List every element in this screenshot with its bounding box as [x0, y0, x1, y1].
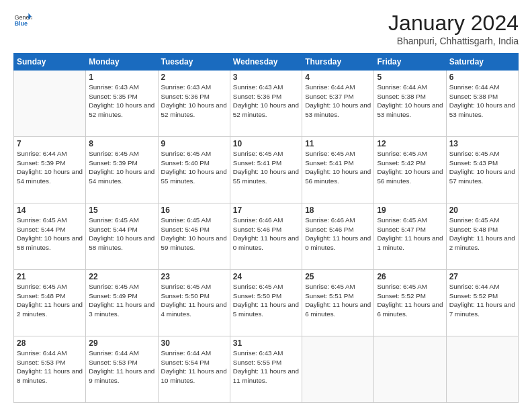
day-info: Sunrise: 6:45 AMSunset: 5:52 PMDaylight:… [377, 282, 443, 319]
day-cell [446, 336, 518, 403]
day-info: Sunrise: 6:44 AMSunset: 5:54 PMDaylight:… [161, 349, 227, 385]
day-cell: 21Sunrise: 6:45 AMSunset: 5:48 PMDayligh… [14, 270, 86, 336]
day-cell: 5Sunrise: 6:44 AMSunset: 5:38 PMDaylight… [374, 71, 446, 137]
day-number: 8 [89, 139, 154, 148]
day-info: Sunrise: 6:45 AMSunset: 5:47 PMDaylight:… [377, 216, 443, 253]
col-friday: Friday [374, 54, 446, 71]
day-info: Sunrise: 6:46 AMSunset: 5:46 PMDaylight:… [233, 216, 299, 253]
day-number: 18 [305, 205, 371, 215]
day-info: Sunrise: 6:45 AMSunset: 5:40 PMDaylight:… [161, 149, 227, 186]
day-info: Sunrise: 6:45 AMSunset: 5:45 PMDaylight:… [161, 216, 227, 253]
col-monday: Monday [86, 54, 158, 71]
day-cell [14, 71, 86, 137]
location-subtitle: Bhanpuri, Chhattisgarh, India [388, 36, 519, 46]
day-number: 25 [305, 272, 371, 281]
col-saturday: Saturday [446, 54, 518, 71]
day-number: 12 [377, 139, 443, 148]
day-number: 14 [17, 205, 83, 215]
day-cell: 25Sunrise: 6:45 AMSunset: 5:51 PMDayligh… [302, 270, 374, 336]
day-info: Sunrise: 6:44 AMSunset: 5:38 PMDaylight:… [377, 83, 443, 120]
day-info: Sunrise: 6:45 AMSunset: 5:41 PMDaylight:… [233, 149, 299, 186]
day-cell: 16Sunrise: 6:45 AMSunset: 5:45 PMDayligh… [158, 203, 230, 270]
day-info: Sunrise: 6:45 AMSunset: 5:39 PMDaylight:… [89, 149, 154, 186]
day-number: 22 [89, 272, 154, 281]
day-info: Sunrise: 6:45 AMSunset: 5:48 PMDaylight:… [449, 216, 515, 253]
day-info: Sunrise: 6:45 AMSunset: 5:42 PMDaylight:… [377, 149, 443, 186]
title-block: January 2024 Bhanpuri, Chhattisgarh, Ind… [388, 11, 519, 46]
day-cell: 11Sunrise: 6:45 AMSunset: 5:41 PMDayligh… [302, 137, 374, 203]
day-number: 24 [233, 272, 299, 281]
logo: General Blue [13, 11, 32, 30]
day-cell: 31Sunrise: 6:43 AMSunset: 5:55 PMDayligh… [230, 336, 302, 403]
day-cell: 29Sunrise: 6:44 AMSunset: 5:53 PMDayligh… [86, 336, 158, 403]
calendar-table: Sunday Monday Tuesday Wednesday Thursday… [13, 53, 519, 403]
day-number: 2 [161, 73, 227, 82]
day-info: Sunrise: 6:44 AMSunset: 5:53 PMDaylight:… [89, 349, 154, 385]
day-cell: 4Sunrise: 6:44 AMSunset: 5:37 PMDaylight… [302, 71, 374, 137]
col-tuesday: Tuesday [158, 54, 230, 71]
day-number: 27 [449, 272, 515, 281]
day-info: Sunrise: 6:46 AMSunset: 5:46 PMDaylight:… [305, 216, 371, 253]
day-info: Sunrise: 6:45 AMSunset: 5:49 PMDaylight:… [89, 282, 154, 319]
day-cell: 20Sunrise: 6:45 AMSunset: 5:48 PMDayligh… [446, 203, 518, 270]
day-cell: 13Sunrise: 6:45 AMSunset: 5:43 PMDayligh… [446, 137, 518, 203]
day-number: 11 [305, 139, 371, 148]
day-number: 4 [305, 73, 371, 82]
day-info: Sunrise: 6:45 AMSunset: 5:50 PMDaylight:… [233, 282, 299, 319]
week-row-3: 14Sunrise: 6:45 AMSunset: 5:44 PMDayligh… [14, 203, 519, 270]
day-number: 5 [377, 73, 443, 82]
day-cell [374, 336, 446, 403]
day-cell: 14Sunrise: 6:45 AMSunset: 5:44 PMDayligh… [14, 203, 86, 270]
day-number: 16 [161, 205, 227, 215]
day-number: 6 [449, 73, 515, 82]
day-number: 7 [17, 139, 83, 148]
day-number: 31 [233, 338, 299, 348]
day-info: Sunrise: 6:44 AMSunset: 5:39 PMDaylight:… [17, 149, 83, 186]
day-number: 17 [233, 205, 299, 215]
day-cell: 23Sunrise: 6:45 AMSunset: 5:50 PMDayligh… [158, 270, 230, 336]
day-cell: 30Sunrise: 6:44 AMSunset: 5:54 PMDayligh… [158, 336, 230, 403]
day-number: 29 [89, 338, 154, 348]
day-info: Sunrise: 6:45 AMSunset: 5:51 PMDaylight:… [305, 282, 371, 319]
day-info: Sunrise: 6:44 AMSunset: 5:37 PMDaylight:… [305, 83, 371, 120]
day-info: Sunrise: 6:44 AMSunset: 5:52 PMDaylight:… [449, 282, 515, 319]
day-number: 13 [449, 139, 515, 148]
day-cell: 24Sunrise: 6:45 AMSunset: 5:50 PMDayligh… [230, 270, 302, 336]
day-info: Sunrise: 6:44 AMSunset: 5:38 PMDaylight:… [449, 83, 515, 120]
day-cell: 12Sunrise: 6:45 AMSunset: 5:42 PMDayligh… [374, 137, 446, 203]
day-info: Sunrise: 6:43 AMSunset: 5:36 PMDaylight:… [233, 83, 299, 120]
day-info: Sunrise: 6:44 AMSunset: 5:53 PMDaylight:… [17, 349, 83, 385]
col-sunday: Sunday [14, 54, 86, 71]
day-info: Sunrise: 6:43 AMSunset: 5:35 PMDaylight:… [89, 83, 154, 120]
calendar-header: Sunday Monday Tuesday Wednesday Thursday… [14, 54, 519, 71]
svg-text:Blue: Blue [14, 20, 28, 27]
day-cell: 1Sunrise: 6:43 AMSunset: 5:35 PMDaylight… [86, 71, 158, 137]
logo-icon: General Blue [13, 11, 32, 30]
day-cell: 7Sunrise: 6:44 AMSunset: 5:39 PMDaylight… [14, 137, 86, 203]
header-row: Sunday Monday Tuesday Wednesday Thursday… [14, 54, 519, 71]
day-number: 1 [89, 73, 154, 82]
calendar-body: 1Sunrise: 6:43 AMSunset: 5:35 PMDaylight… [14, 71, 519, 403]
col-thursday: Thursday [302, 54, 374, 71]
day-cell: 3Sunrise: 6:43 AMSunset: 5:36 PMDaylight… [230, 71, 302, 137]
page: General Blue January 2024 Bhanpuri, Chha… [0, 0, 532, 411]
day-cell: 2Sunrise: 6:43 AMSunset: 5:36 PMDaylight… [158, 71, 230, 137]
day-cell: 15Sunrise: 6:45 AMSunset: 5:44 PMDayligh… [86, 203, 158, 270]
day-info: Sunrise: 6:45 AMSunset: 5:44 PMDaylight:… [89, 216, 154, 253]
day-info: Sunrise: 6:45 AMSunset: 5:43 PMDaylight:… [449, 149, 515, 186]
day-info: Sunrise: 6:43 AMSunset: 5:55 PMDaylight:… [233, 349, 299, 385]
day-info: Sunrise: 6:45 AMSunset: 5:41 PMDaylight:… [305, 149, 371, 186]
week-row-4: 21Sunrise: 6:45 AMSunset: 5:48 PMDayligh… [14, 270, 519, 336]
day-info: Sunrise: 6:45 AMSunset: 5:50 PMDaylight:… [161, 282, 227, 319]
day-number: 19 [377, 205, 443, 215]
day-number: 9 [161, 139, 227, 148]
day-cell: 17Sunrise: 6:46 AMSunset: 5:46 PMDayligh… [230, 203, 302, 270]
day-number: 3 [233, 73, 299, 82]
day-cell: 28Sunrise: 6:44 AMSunset: 5:53 PMDayligh… [14, 336, 86, 403]
day-number: 23 [161, 272, 227, 281]
day-cell: 26Sunrise: 6:45 AMSunset: 5:52 PMDayligh… [374, 270, 446, 336]
day-cell: 6Sunrise: 6:44 AMSunset: 5:38 PMDaylight… [446, 71, 518, 137]
day-number: 20 [449, 205, 515, 215]
week-row-2: 7Sunrise: 6:44 AMSunset: 5:39 PMDaylight… [14, 137, 519, 203]
day-number: 21 [17, 272, 83, 281]
